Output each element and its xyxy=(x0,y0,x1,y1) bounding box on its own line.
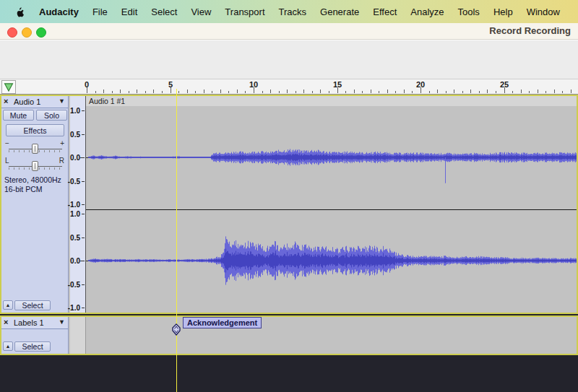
ruler-tick xyxy=(237,90,238,93)
ruler-tick xyxy=(262,91,263,93)
menu-edit[interactable]: Edit xyxy=(121,6,137,17)
ruler-tick xyxy=(270,90,271,93)
ruler-tick xyxy=(320,90,321,93)
audacity-window: AudacityFileEditSelectViewTransportTrack… xyxy=(0,0,578,392)
close-track-icon[interactable]: × xyxy=(4,318,8,326)
ruler-tick xyxy=(362,91,363,93)
ruler-tick xyxy=(287,90,288,93)
ruler-time-label: 15 xyxy=(333,80,342,89)
scale-value-label: -0.5 xyxy=(68,281,80,289)
label-track-header[interactable]: × Labels 1 ▼ xyxy=(1,317,68,329)
menu-tracks[interactable]: Tracks xyxy=(279,6,307,17)
label-track-select-button[interactable]: Select xyxy=(14,341,51,352)
track-area: × Audio 1 ▼ Mute Solo Effects − + L R St… xyxy=(0,95,578,392)
solo-button[interactable]: Solo xyxy=(36,110,67,121)
ruler-tick xyxy=(245,91,246,93)
ruler-tick xyxy=(129,91,129,93)
ruler-tick xyxy=(521,90,522,93)
menu-transport[interactable]: Transport xyxy=(225,6,264,17)
window-title: Record Recording xyxy=(489,25,571,36)
scale-value-label: 0.0 xyxy=(70,154,80,162)
ruler-tick xyxy=(545,91,546,93)
audio-track: × Audio 1 ▼ Mute Solo Effects − + L R St… xyxy=(0,95,578,314)
pinned-playhead-toggle[interactable] xyxy=(1,80,16,94)
ruler-time-label: 20 xyxy=(416,80,425,89)
ruler-tick xyxy=(470,90,471,93)
collapse-track-button[interactable]: ▲ xyxy=(3,341,13,351)
window-zoom-button[interactable] xyxy=(36,27,46,38)
apple-icon[interactable] xyxy=(14,6,25,18)
menu-window[interactable]: Window xyxy=(527,6,560,17)
close-track-icon[interactable]: × xyxy=(4,97,8,105)
timeline-ruler[interactable]: 0510152025 xyxy=(16,79,578,94)
scale-value-label: -0.5 xyxy=(68,178,80,186)
ruler-tick xyxy=(496,91,496,93)
scale-tick xyxy=(82,238,85,238)
label-track-area[interactable] xyxy=(86,317,577,354)
ruler-tick xyxy=(120,90,121,93)
ruler-tick xyxy=(112,91,113,93)
scale-value-label: 0.5 xyxy=(70,131,80,139)
waveform-display: Audio 1 #1 xyxy=(86,96,577,313)
ruler-tick xyxy=(512,91,513,93)
scale-value-label: 0.5 xyxy=(70,234,80,242)
ruler-tick xyxy=(479,91,480,93)
gain-min-sign: − xyxy=(5,139,9,147)
timeline-ruler-row: 0510152025 xyxy=(0,79,578,95)
menu-select[interactable]: Select xyxy=(151,6,177,17)
ruler-tick xyxy=(487,90,488,93)
waveform-channel-2[interactable] xyxy=(86,210,577,313)
gain-max-sign: + xyxy=(60,139,64,147)
menu-tools[interactable]: Tools xyxy=(458,6,480,17)
scale-value-label: 0.0 xyxy=(70,257,80,265)
ruler-tick xyxy=(562,91,563,93)
vertical-scale-ruler[interactable]: 1.00.50.0-0.5-1.01.00.50.0-0.5-1.0 xyxy=(70,96,86,313)
menu-generate[interactable]: Generate xyxy=(320,6,359,17)
ruler-tick xyxy=(153,90,154,93)
audio-track-select-button[interactable]: Select xyxy=(14,300,51,310)
ruler-tick xyxy=(371,90,371,93)
scale-tick xyxy=(82,134,85,135)
audio-track-control-panel: × Audio 1 ▼ Mute Solo Effects − + L R St… xyxy=(1,96,69,313)
ruler-tick xyxy=(187,90,188,93)
ruler-tick xyxy=(162,91,163,93)
audio-track-header[interactable]: × Audio 1 ▼ xyxy=(1,96,68,108)
ruler-time-label: 0 xyxy=(85,80,89,89)
ruler-tick xyxy=(137,90,137,93)
menu-analyze[interactable]: Analyze xyxy=(410,6,444,17)
ruler-time-label: 25 xyxy=(500,80,509,89)
menu-view[interactable]: View xyxy=(191,6,211,17)
track-menu-icon[interactable]: ▼ xyxy=(59,97,65,105)
ruler-time-label: 10 xyxy=(249,80,258,89)
clip-name: Audio 1 #1 xyxy=(86,96,577,106)
window-close-button[interactable] xyxy=(7,27,17,38)
pan-slider-thumb[interactable] xyxy=(32,161,38,171)
mute-button[interactable]: Mute xyxy=(3,110,34,121)
label-track: × Labels 1 ▼ ▲ Select xyxy=(0,315,578,355)
collapse-track-button[interactable]: ▲ xyxy=(3,300,13,310)
menu-effect[interactable]: Effect xyxy=(373,6,397,17)
track-menu-icon[interactable]: ▼ xyxy=(59,318,65,326)
waveform-channel-1[interactable] xyxy=(86,106,577,209)
track-bitdepth-info: 16-bit PCM xyxy=(4,185,43,193)
gain-slider-thumb[interactable] xyxy=(32,144,38,154)
ruler-tick xyxy=(345,91,346,93)
effects-button[interactable]: Effects xyxy=(6,124,64,136)
label-marker-icon[interactable] xyxy=(171,323,181,336)
ruler-tick xyxy=(412,91,413,93)
ruler-tick xyxy=(454,90,454,93)
ruler-tick xyxy=(178,91,179,93)
menu-audacity[interactable]: Audacity xyxy=(39,6,79,17)
label-text[interactable]: Acknowledgement xyxy=(183,317,262,328)
ruler-tick xyxy=(538,90,538,93)
label-track-spacer xyxy=(70,317,86,354)
label-track-control-panel: × Labels 1 ▼ ▲ Select xyxy=(1,317,69,354)
window-minimize-button[interactable] xyxy=(22,27,32,38)
menu-file[interactable]: File xyxy=(92,6,108,17)
menu-help[interactable]: Help xyxy=(493,6,513,17)
pan-left-sign: L xyxy=(5,157,9,165)
ruler-tick xyxy=(103,90,104,93)
ruler-tick xyxy=(228,91,229,93)
track-format-info: Stereo, 48000Hz xyxy=(4,175,61,184)
scale-value-label: -1.0 xyxy=(68,304,80,312)
